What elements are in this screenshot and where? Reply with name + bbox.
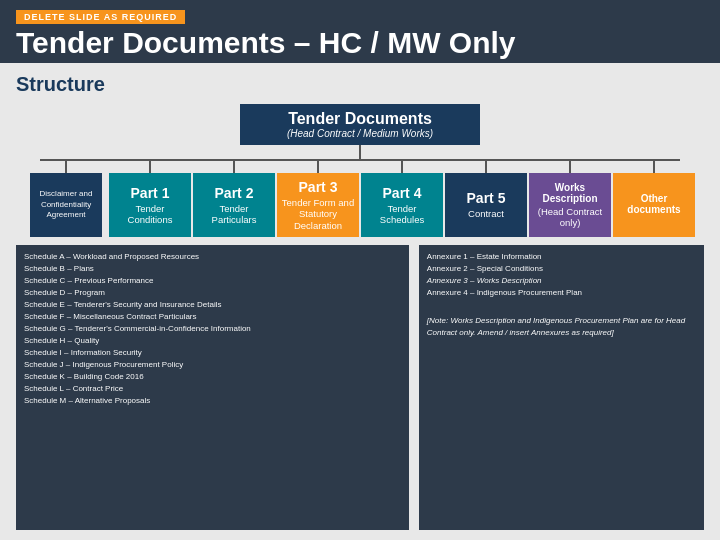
disclaimer-col: Disclaimer and Confidentiality Agreement: [24, 161, 108, 237]
main-title: Tender Documents – HC / MW Only: [16, 26, 704, 59]
annexures-box: Annexure 1 – Estate Information Annexure…: [419, 245, 704, 530]
annex-2: Annexure 3 – Works Description: [427, 275, 696, 287]
part3-num: Part 3: [299, 179, 338, 195]
tender-docs-box: Tender Documents (Head Contract / Medium…: [240, 104, 480, 145]
part4-col: Part 4 Tender Schedules: [360, 161, 444, 237]
content: Structure Tender Documents (Head Contrac…: [0, 63, 720, 540]
sched-10: Schedule K – Building Code 2016: [24, 371, 401, 383]
sched-2: Schedule C – Previous Performance: [24, 275, 401, 287]
annex-0: Annexure 1 – Estate Information: [427, 251, 696, 263]
part3-line: [317, 161, 319, 173]
part2-col: Part 2 Tender Particulars: [192, 161, 276, 237]
part1-box: Part 1 Tender Conditions: [109, 173, 191, 237]
sched-1: Schedule B – Plans: [24, 263, 401, 275]
delete-badge: DELETE SLIDE AS REQUIRED: [16, 10, 185, 24]
part1-line: [149, 161, 151, 173]
part5-box: Part 5 Contract: [445, 173, 527, 237]
part2-box: Part 2 Tender Particulars: [193, 173, 275, 237]
sched-5: Schedule F – Miscellaneous Contract Part…: [24, 311, 401, 323]
part4-num: Part 4: [383, 185, 422, 201]
part1-num: Part 1: [131, 185, 170, 201]
disclaimer-box: Disclaimer and Confidentiality Agreement: [30, 173, 102, 237]
part5-line: [485, 161, 487, 173]
annex-1: Annexure 2 – Special Conditions: [427, 263, 696, 275]
tender-docs-subtitle: (Head Contract / Medium Works): [250, 128, 470, 139]
header: DELETE SLIDE AS REQUIRED Tender Document…: [0, 0, 720, 63]
part4-line: [401, 161, 403, 173]
page: DELETE SLIDE AS REQUIRED Tender Document…: [0, 0, 720, 540]
works-desc-box: Works Description (Head Contract only): [529, 173, 611, 237]
sched-8: Schedule I – Information Security: [24, 347, 401, 359]
works-desc-col: Works Description (Head Contract only): [528, 161, 612, 237]
part3-box: Part 3 Tender Form and Statutory Declara…: [277, 173, 359, 237]
bottom-area: Schedule A – Workload and Proposed Resou…: [16, 245, 704, 530]
sched-4: Schedule E – Tenderer's Security and Ins…: [24, 299, 401, 311]
other-docs-box: Other documents: [613, 173, 695, 237]
part4-box: Part 4 Tender Schedules: [361, 173, 443, 237]
part3-col: Part 3 Tender Form and Statutory Declara…: [276, 161, 360, 237]
sched-0: Schedule A – Workload and Proposed Resou…: [24, 251, 401, 263]
sched-9: Schedule J – Indigenous Procurement Poli…: [24, 359, 401, 371]
h-connector: [40, 159, 680, 161]
other-docs-col: Other documents: [612, 161, 696, 237]
part1-label: Tender Conditions: [113, 203, 187, 226]
part5-col: Part 5 Contract: [444, 161, 528, 237]
part2-num: Part 2: [215, 185, 254, 201]
other-docs-line: [653, 161, 655, 173]
works-desc-label: (Head Contract only): [533, 206, 607, 229]
sched-6: Schedule G – Tenderer's Commercial-in-Co…: [24, 323, 401, 335]
sched-12: Schedule M – Alternative Proposals: [24, 395, 401, 407]
part2-line: [233, 161, 235, 173]
sched-11: Schedule L – Contract Price: [24, 383, 401, 395]
annex-3: Annexure 4 – Indigenous Procurement Plan: [427, 287, 696, 299]
tree-container: Tender Documents (Head Contract / Medium…: [16, 104, 704, 161]
part2-label: Tender Particulars: [197, 203, 271, 226]
structure-label: Structure: [16, 73, 704, 96]
part1-col: Part 1 Tender Conditions: [108, 161, 192, 237]
sched-7: Schedule H – Quality: [24, 335, 401, 347]
works-desc-line: [569, 161, 571, 173]
schedules-box: Schedule A – Workload and Proposed Resou…: [16, 245, 409, 530]
works-desc-num: Works Description: [533, 182, 607, 204]
tree-line-v: [359, 145, 361, 159]
tender-docs-title: Tender Documents: [250, 110, 470, 128]
part5-num: Part 5: [467, 190, 506, 206]
sched-3: Schedule D – Program: [24, 287, 401, 299]
part5-label: Contract: [468, 208, 504, 219]
other-docs-num: Other documents: [617, 193, 691, 215]
annex-note: [Note: Works Description and Indigenous …: [427, 315, 696, 339]
parts-row: Disclaimer and Confidentiality Agreement…: [16, 161, 704, 237]
part3-label: Tender Form and Statutory Declaration: [281, 197, 355, 231]
disclaimer-line: [65, 161, 67, 173]
part4-label: Tender Schedules: [365, 203, 439, 226]
